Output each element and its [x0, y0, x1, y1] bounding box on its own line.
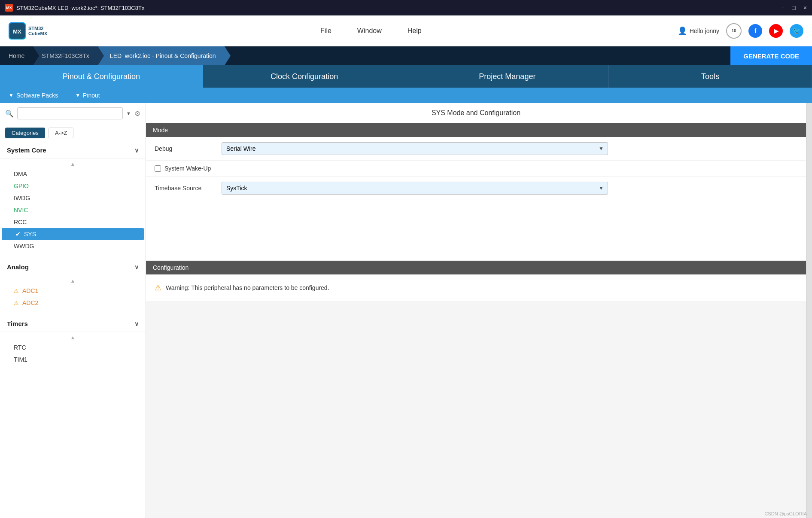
sidebar-item-wwdg[interactable]: WWDG	[0, 240, 146, 252]
bc-device[interactable]: STM32F103C8Tx	[33, 46, 97, 65]
system-core-items: ▲ DMA GPIO IWDG NVIC RCC ✔ SYS	[0, 158, 146, 254]
chevron-down-icon: ▼	[75, 92, 80, 98]
bc-home[interactable]: Home	[0, 46, 33, 65]
gear-icon[interactable]: ⚙	[134, 110, 140, 118]
tab-pinout[interactable]: Pinout & Configuration	[0, 65, 203, 88]
adc2-label: ADC2	[22, 299, 38, 306]
iwdg-label: IWDG	[14, 195, 30, 201]
sidebar: 🔍 ▼ ⚙ Categories A->Z System Core ∨ ▲ DM…	[0, 103, 146, 518]
title-bar-left: MX STM32CubeMX LED_work2.ioc*: STM32F103…	[5, 4, 144, 12]
svg-text:MX: MX	[13, 28, 21, 35]
tab-tools[interactable]: Tools	[609, 65, 812, 88]
bc-project[interactable]: LED_work2.ioc - Pinout & Configuration	[98, 46, 225, 65]
tab-az[interactable]: A->Z	[49, 128, 74, 138]
content-header: SYS Mode and Configuration	[146, 103, 806, 123]
warning-icon: ⚠	[14, 288, 19, 294]
section-title-system-core: System Core	[7, 146, 46, 154]
wwdg-label: WWDG	[14, 243, 34, 250]
timers-items: ▲ RTC TIM1	[0, 332, 146, 367]
twitter-icon[interactable]: 🐦	[790, 24, 803, 38]
section-header-analog[interactable]: Analog ∨	[0, 259, 146, 275]
sidebar-item-tim1[interactable]: TIM1	[0, 353, 146, 366]
right-scrollbar[interactable]	[806, 103, 812, 518]
app-logo: MX	[9, 22, 26, 40]
debug-label: Debug	[155, 145, 215, 152]
sidebar-search-area: 🔍 ▼ ⚙	[0, 103, 146, 124]
adc1-label: ADC1	[22, 287, 38, 294]
menu-right: 👤 Hello jonny 10 f ▶ 🐦	[678, 23, 803, 39]
menu-file[interactable]: File	[320, 27, 331, 35]
close-button[interactable]: ×	[803, 4, 807, 11]
search-input[interactable]	[17, 107, 123, 119]
mode-section-body: Debug Serial Wire No Debug Trace Asynchr…	[146, 137, 806, 209]
wake-up-label: System Wake-Up	[164, 165, 211, 172]
menu-window[interactable]: Window	[357, 27, 382, 35]
debug-select[interactable]: Serial Wire No Debug Trace Asynchronous …	[222, 142, 608, 155]
timebase-row: Timebase Source SysTick TIM1 TIM2 ▼	[146, 177, 806, 200]
sidebar-tabs: Categories A->Z	[0, 124, 146, 142]
content-wrapper: SYS Mode and Configuration Mode Debug Se…	[146, 103, 812, 518]
scroll-up-indicator: ▲	[0, 277, 146, 285]
sidebar-item-rtc[interactable]: RTC	[0, 341, 146, 353]
sidebar-item-rcc[interactable]: RCC	[0, 216, 146, 228]
subbar-software-packs[interactable]: ▼ Software Packs	[9, 92, 58, 99]
user-label: Hello jonny	[690, 27, 719, 34]
subbar-pinout[interactable]: ▼ Pinout	[75, 92, 100, 99]
section-title-analog: Analog	[7, 263, 29, 271]
sidebar-item-sys[interactable]: ✔ SYS	[2, 228, 144, 240]
sidebar-item-nvic[interactable]: NVIC	[0, 204, 146, 216]
user-icon: 👤	[678, 26, 687, 36]
facebook-icon[interactable]: f	[748, 24, 762, 38]
sidebar-item-adc1[interactable]: ⚠ ADC1	[0, 285, 146, 297]
minimize-button[interactable]: −	[781, 4, 784, 11]
tab-categories[interactable]: Categories	[5, 128, 45, 138]
maximize-button[interactable]: □	[792, 4, 795, 11]
youtube-icon[interactable]: ▶	[769, 24, 783, 38]
window-title: STM32CubeMX LED_work2.ioc*: STM32F103C8T…	[16, 5, 144, 11]
menu-help[interactable]: Help	[408, 27, 422, 35]
config-section-bar: Configuration	[146, 261, 806, 274]
config-section: Configuration ⚠ Warning: This peripheral…	[146, 260, 806, 301]
mode-section-bar: Mode	[146, 123, 806, 137]
subbar: ▼ Software Packs ▼ Pinout	[0, 88, 812, 103]
rcc-label: RCC	[14, 219, 27, 225]
debug-row: Debug Serial Wire No Debug Trace Asynchr…	[146, 137, 806, 161]
section-analog: Analog ∨ ▲ ⚠ ADC1 ⚠ ADC2	[0, 259, 146, 311]
timebase-label: Timebase Source	[155, 185, 215, 192]
section-system-core: System Core ∨ ▲ DMA GPIO IWDG NVIC RCC	[0, 142, 146, 254]
timebase-select[interactable]: SysTick TIM1 TIM2	[222, 182, 608, 195]
generate-code-button[interactable]: GENERATE CODE	[730, 46, 812, 65]
section-timers: Timers ∨ ▲ RTC TIM1	[0, 316, 146, 367]
sidebar-item-gpio[interactable]: GPIO	[0, 180, 146, 192]
section-header-timers[interactable]: Timers ∨	[0, 316, 146, 332]
wake-up-checkbox[interactable]	[155, 165, 161, 172]
sidebar-item-adc2[interactable]: ⚠ ADC2	[0, 297, 146, 309]
sys-label: SYS	[24, 231, 36, 238]
timebase-select-wrapper: SysTick TIM1 TIM2 ▼	[222, 182, 608, 195]
content-area: SYS Mode and Configuration Mode Debug Se…	[146, 103, 806, 518]
user-area[interactable]: 👤 Hello jonny	[678, 26, 719, 36]
warning-triangle-icon: ⚠	[155, 283, 161, 293]
sidebar-item-dma[interactable]: DMA	[0, 168, 146, 180]
footer-note: CSDN @psGLORIA	[764, 511, 807, 516]
title-bar-controls[interactable]: − □ ×	[781, 4, 807, 11]
scroll-up-indicator: ▲	[0, 160, 146, 168]
check-icon: ✔	[15, 231, 21, 238]
logo-text: STM32 CubeMX	[28, 26, 47, 36]
chevron-down-icon: ∨	[134, 147, 139, 154]
mode-spacer	[146, 209, 806, 260]
section-title-timers: Timers	[7, 320, 28, 327]
breadcrumb: Home STM32F103C8Tx LED_work2.ioc - Pinou…	[0, 46, 812, 65]
nvic-label: NVIC	[14, 207, 28, 213]
logo-area: MX STM32 CubeMX	[9, 22, 47, 40]
tab-clock[interactable]: Clock Configuration	[203, 65, 406, 88]
warning-content: ⚠ Warning: This peripheral has no parame…	[146, 274, 806, 301]
section-header-system-core[interactable]: System Core ∨	[0, 142, 146, 158]
search-dropdown-button[interactable]: ▼	[126, 111, 131, 116]
tab-project[interactable]: Project Manager	[406, 65, 609, 88]
rtc-label: RTC	[14, 344, 26, 351]
breadcrumb-items: Home STM32F103C8Tx LED_work2.ioc - Pinou…	[0, 46, 730, 65]
gpio-label: GPIO	[14, 183, 29, 189]
sidebar-item-iwdg[interactable]: IWDG	[0, 192, 146, 204]
app-icon: MX	[5, 4, 13, 12]
